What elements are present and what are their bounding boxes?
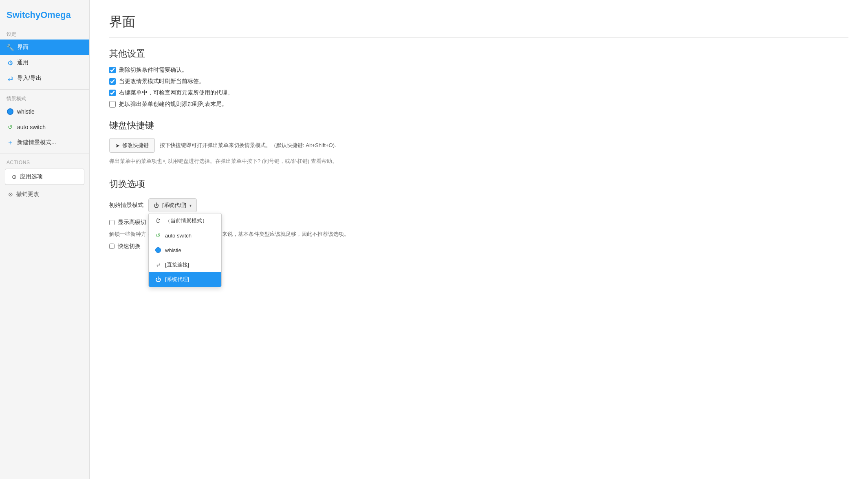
chevron-down-icon: ▾ [189, 203, 192, 208]
autoswitch-dropdown-icon: ↺ [154, 232, 162, 239]
settings-section-label: 设定 [0, 29, 89, 40]
globe-dropdown-icon [154, 246, 162, 254]
dropdown-item-auto-switch-label: auto switch [165, 233, 192, 239]
refresh-tab-label: 当更改情景模式时刷新当前标签。 [119, 78, 205, 85]
modify-shortcut-label: 修改快捷键 [122, 142, 149, 149]
confirm-delete-label: 删除切换条件时需要确认。 [119, 66, 187, 74]
checkbox-append-rule: 把以弹出菜单创建的规则添加到列表末尾。 [109, 101, 848, 108]
dropdown-item-current-label: （当前情景模式） [165, 217, 207, 224]
app-logo: SwitchyOmega [0, 7, 89, 29]
sidebar-item-new-profile[interactable]: ＋ 新建情景模式... [0, 135, 89, 150]
checkbox-confirm-delete: 删除切换条件时需要确认。 [109, 66, 848, 74]
sidebar-item-auto-switch-label: auto switch [17, 124, 46, 130]
initial-mode-row: 初始情景模式 ⏻ [系统代理] ▾ ⏱ （当前情景模式） ↺ auto swit… [109, 198, 848, 212]
quick-switch-checkbox[interactable] [109, 244, 115, 249]
shortcut-description: 按下快捷键即可打开弹出菜单来切换情景模式。（默认快捷键: Alt+Shift+O… [160, 142, 336, 149]
sidebar-item-general-label: 通用 [17, 59, 29, 66]
sidebar-item-interface-label: 界面 [17, 44, 29, 51]
append-rule-label: 把以弹出菜单创建的规则添加到列表末尾。 [119, 101, 227, 108]
sidebar-item-auto-switch[interactable]: ↺ auto switch [0, 119, 89, 135]
sidebar-divider-2 [0, 154, 89, 154]
dropdown-item-system[interactable]: ⏻ [系统代理] [149, 272, 221, 287]
dropdown-item-direct-label: [直接连接] [165, 261, 189, 268]
dropdown-item-auto-switch[interactable]: ↺ auto switch [149, 228, 221, 243]
quick-switch-label: 快速切换 [118, 243, 141, 250]
checkbox-refresh-tab: 当更改情景模式时刷新当前标签。 [109, 78, 848, 85]
initial-mode-dropdown[interactable]: ⏻ [系统代理] ▾ [148, 198, 197, 212]
modify-shortcut-button[interactable]: ➤ 修改快捷键 [109, 138, 155, 153]
initial-mode-label: 初始情景模式 [109, 202, 143, 209]
confirm-delete-checkbox[interactable] [109, 67, 116, 73]
arrow-icon: ➤ [115, 143, 120, 149]
dropdown-item-system-label: [系统代理] [165, 276, 189, 283]
initial-mode-menu: ⏱ （当前情景模式） ↺ auto switch whistle ⇄ [148, 213, 222, 287]
inspect-proxy-label: 右键菜单中，可检查网页元素所使用的代理。 [119, 89, 233, 97]
apply-options-button[interactable]: ⊙ 应用选项 [5, 169, 84, 185]
shortcut-row: ➤ 修改快捷键 按下快捷键即可打开弹出菜单来切换情景模式。（默认快捷键: Alt… [109, 138, 848, 153]
dropdown-item-whistle[interactable]: whistle [149, 243, 221, 257]
profiles-section-label: 情景模式 [0, 93, 89, 104]
sidebar-item-general[interactable]: ⚙ 通用 [0, 55, 89, 70]
gear-icon: ⚙ [7, 59, 14, 66]
append-rule-checkbox[interactable] [109, 101, 116, 108]
sidebar-item-whistle-label: whistle [17, 108, 35, 115]
other-settings-title: 其他设置 [109, 48, 848, 60]
import-icon: ⇄ [7, 75, 14, 82]
dropdown-item-whistle-label: whistle [165, 247, 181, 253]
cancel-changes-label: 撤销更改 [16, 191, 39, 198]
main-content: 界面 其他设置 删除切换条件时需要确认。 当更改情景模式时刷新当前标签。 右键菜… [90, 0, 868, 479]
cancel-changes-button[interactable]: ⊗ 撤销更改 [2, 187, 88, 202]
actions-section-label: ACTIONS [0, 157, 89, 167]
sidebar-item-whistle[interactable]: whistle [0, 104, 89, 119]
shortcut-note: 弹出菜单中的菜单项也可以用键盘进行选择。在弹出菜单中按下? (问号键，或/斜杠键… [109, 158, 848, 165]
globe-icon [7, 108, 14, 115]
inspect-proxy-checkbox[interactable] [109, 90, 116, 96]
keyboard-section-title: 键盘快捷键 [109, 119, 848, 132]
sidebar-item-new-profile-label: 新建情景模式... [17, 139, 56, 146]
cancel-icon: ⊗ [8, 191, 13, 198]
refresh-tab-checkbox[interactable] [109, 78, 116, 85]
advanced-checkbox[interactable] [109, 220, 115, 225]
sidebar-divider-1 [0, 89, 89, 90]
sidebar-item-interface[interactable]: 🔧 界面 [0, 40, 89, 55]
autoswitch-icon: ↺ [7, 123, 14, 131]
wrench-icon: 🔧 [7, 44, 14, 51]
dropdown-wrapper: ⏻ [系统代理] ▾ ⏱ （当前情景模式） ↺ auto switch [148, 198, 197, 212]
apply-icon: ⊙ [12, 174, 17, 180]
title-divider [109, 37, 848, 38]
sidebar-item-import-export[interactable]: ⇄ 导入/导出 [0, 70, 89, 86]
direct-icon: ⇄ [154, 261, 162, 268]
plus-icon: ＋ [7, 139, 14, 146]
clock-icon: ⏱ [154, 217, 162, 224]
page-title: 界面 [109, 13, 848, 31]
sidebar: SwitchyOmega 设定 🔧 界面 ⚙ 通用 ⇄ 导入/导出 情景模式 w… [0, 0, 90, 479]
apply-options-label: 应用选项 [20, 173, 43, 180]
advanced-label: 显示高级切 [118, 219, 146, 226]
sidebar-item-import-export-label: 导入/导出 [17, 75, 42, 82]
dropdown-item-current[interactable]: ⏱ （当前情景模式） [149, 213, 221, 228]
switch-options-title: 切换选项 [109, 178, 848, 190]
initial-mode-value: [系统代理] [162, 202, 186, 209]
power-icon: ⏻ [154, 202, 159, 209]
checkbox-inspect-proxy: 右键菜单中，可检查网页元素所使用的代理。 [109, 89, 848, 97]
dropdown-item-direct[interactable]: ⇄ [直接连接] [149, 257, 221, 272]
power-dropdown-icon: ⏻ [154, 276, 162, 283]
